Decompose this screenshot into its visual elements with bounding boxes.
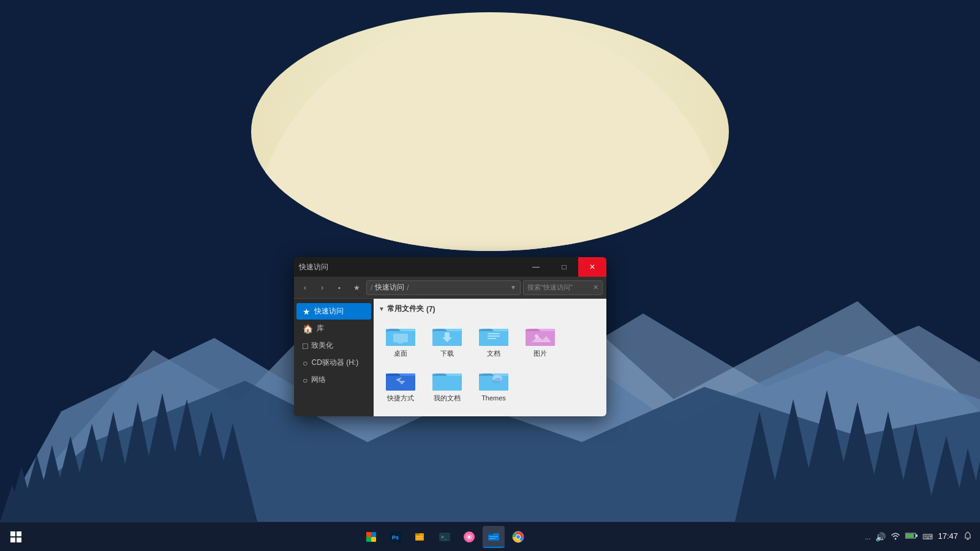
section-count: (7) <box>426 305 435 313</box>
taskbar: Ps >_ <box>0 522 980 551</box>
address-path[interactable]: / 快速访问 / ▼ <box>366 280 521 295</box>
minimize-button[interactable]: — <box>522 257 550 277</box>
path-dropdown[interactable]: ▼ <box>510 284 516 291</box>
folder-desktop-label: 桌面 <box>394 350 407 358</box>
search-clear-icon[interactable]: ✕ <box>593 283 598 291</box>
search-box[interactable]: 搜索"快速访问" ✕ <box>523 280 603 295</box>
path-text: 快速访问 <box>375 282 404 293</box>
svg-rect-29 <box>393 334 408 342</box>
svg-rect-51 <box>17 538 21 542</box>
taskbar-time[interactable]: 17:47 <box>938 531 958 542</box>
sidebar-label-quick-access: 快速访问 <box>314 306 344 317</box>
network-icon: ○ <box>303 375 307 385</box>
folder-themes-icon <box>479 367 508 392</box>
folder-desktop[interactable]: 桌面 <box>379 319 423 361</box>
path-separator: / <box>371 283 372 292</box>
svg-rect-49 <box>17 531 21 536</box>
tray-keyboard[interactable]: ⌨ <box>922 533 933 541</box>
taskbar-photoshop-icon[interactable]: Ps <box>385 526 407 548</box>
time-display: 17:47 <box>938 531 958 542</box>
sidebar-label-library: 库 <box>317 323 324 334</box>
svg-point-66 <box>468 536 470 538</box>
taskbar-chrome-icon[interactable] <box>507 526 529 548</box>
maximize-button[interactable]: □ <box>550 257 578 277</box>
folder-pictures[interactable]: 图片 <box>518 319 562 361</box>
svg-rect-77 <box>906 534 914 538</box>
library-icon: 🏠 <box>303 324 313 334</box>
back-button[interactable]: ‹ <box>298 280 312 295</box>
folder-documents-label: 文档 <box>487 350 500 358</box>
svg-rect-48 <box>10 531 15 536</box>
sidebar-item-library[interactable]: 🏠 库 <box>296 320 371 337</box>
tray-notifications[interactable] <box>963 531 973 542</box>
folder-documents-icon <box>479 323 508 347</box>
sidebar-label-network: 网络 <box>311 375 326 385</box>
beautify-icon: □ <box>303 341 307 351</box>
taskbar-right: ... 🔊 ⌨ 17:47 <box>858 531 980 542</box>
svg-rect-69 <box>489 536 498 537</box>
svg-point-75 <box>895 538 897 540</box>
folder-pictures-icon <box>526 323 555 347</box>
svg-rect-36 <box>488 335 500 337</box>
svg-rect-61 <box>417 538 423 539</box>
svg-rect-60 <box>417 536 423 537</box>
start-button[interactable] <box>5 526 27 548</box>
taskbar-office-icon[interactable] <box>360 526 382 548</box>
svg-text:Ps: Ps <box>392 534 399 541</box>
tray-volume[interactable]: 🔊 <box>875 532 886 542</box>
explorer-body: ★ 快速访问 🏠 库 □ 致美化 ○ CD驱动器 (H:) ○ 网络 <box>294 299 606 416</box>
sidebar-item-cd-drive[interactable]: ○ CD驱动器 (H:) <box>296 354 371 371</box>
folder-documents[interactable]: 文档 <box>472 319 516 361</box>
folder-my-documents[interactable]: 我的文档 <box>425 364 469 406</box>
section-header: ▼ 常用文件夹 (7) <box>379 304 601 314</box>
tray-overflow[interactable]: ... <box>865 533 870 541</box>
svg-rect-44 <box>432 376 462 391</box>
folder-shortcuts[interactable]: 快捷方式 <box>379 364 423 406</box>
sidebar-item-quick-access[interactable]: ★ 快速访问 <box>296 303 371 320</box>
svg-rect-52 <box>366 532 371 537</box>
tray-network[interactable] <box>891 531 900 542</box>
svg-rect-59 <box>415 533 420 535</box>
svg-rect-30 <box>398 342 403 343</box>
sidebar-label-beautify: 致美化 <box>311 340 333 351</box>
taskbar-left <box>0 526 32 548</box>
cd-drive-icon: ○ <box>303 358 307 368</box>
folder-downloads-icon <box>432 323 462 347</box>
window-title: 快速访问 <box>299 262 328 272</box>
sidebar-item-network[interactable]: ○ 网络 <box>296 372 371 388</box>
folder-downloads[interactable]: 下载 <box>425 319 469 361</box>
taskbar-terminal-icon[interactable]: >_ <box>434 526 456 548</box>
taskbar-center: Ps >_ <box>32 526 858 548</box>
forward-button[interactable]: › <box>315 280 330 295</box>
file-explorer-window: 快速访问 — □ ✕ ‹ › • ★ / 快速访问 / ▼ 搜索"快速访问" ✕… <box>294 257 606 416</box>
folder-my-documents-icon <box>432 367 462 392</box>
address-bar: ‹ › • ★ / 快速访问 / ▼ 搜索"快速访问" ✕ <box>294 277 606 299</box>
svg-rect-35 <box>488 333 500 334</box>
window-controls: — □ ✕ <box>522 257 606 277</box>
quick-access-icon: ★ <box>303 307 311 317</box>
svg-point-0 <box>251 18 729 251</box>
favorite-button[interactable]: ★ <box>349 280 364 295</box>
pin-button[interactable]: • <box>332 280 347 295</box>
folder-themes[interactable]: Themes <box>472 364 516 406</box>
tray-battery[interactable] <box>905 532 918 541</box>
search-placeholder: 搜索"快速访问" <box>527 283 573 292</box>
svg-rect-54 <box>366 537 371 542</box>
sidebar-item-beautify[interactable]: □ 致美化 <box>296 337 371 354</box>
sidebar: ★ 快速访问 🏠 库 □ 致美化 ○ CD驱动器 (H:) ○ 网络 <box>294 299 374 416</box>
svg-rect-55 <box>371 537 376 542</box>
folder-downloads-label: 下载 <box>440 350 454 358</box>
content-area: ▼ 常用文件夹 (7) <box>374 299 606 416</box>
close-button[interactable]: ✕ <box>578 257 606 277</box>
section-toggle[interactable]: ▼ <box>379 305 385 312</box>
folder-my-documents-label: 我的文档 <box>434 394 461 402</box>
folder-shortcuts-label: 快捷方式 <box>387 394 414 402</box>
svg-rect-37 <box>488 338 496 339</box>
svg-rect-70 <box>489 538 496 539</box>
taskbar-file-explorer-icon[interactable] <box>483 526 505 548</box>
path-separator2: / <box>407 283 409 292</box>
taskbar-files-icon[interactable] <box>409 526 431 548</box>
svg-point-74 <box>516 535 520 539</box>
folder-shortcuts-icon <box>386 367 415 392</box>
taskbar-osu-icon[interactable] <box>458 526 480 548</box>
